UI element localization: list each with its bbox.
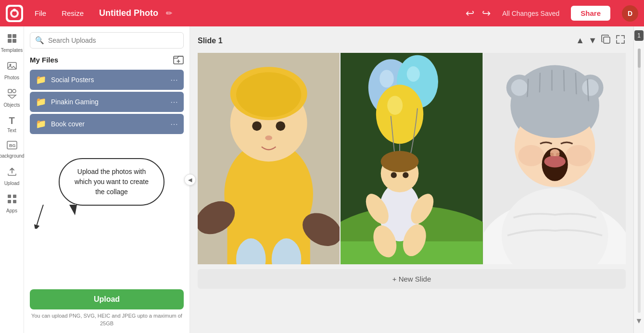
photo-grid xyxy=(198,53,626,264)
sidebar-label-upload: Upload xyxy=(4,181,20,186)
slide-copy-button[interactable] xyxy=(601,34,611,47)
upload-section: Upload You can upload PNG, SVG, HEIC and… xyxy=(30,284,184,327)
upload-hint: You can upload PNG, SVG, HEIC and JPEG u… xyxy=(30,312,184,327)
sidebar-item-apps[interactable]: Apps xyxy=(1,191,23,216)
search-icon: 🔍 xyxy=(35,36,44,45)
photos-icon xyxy=(7,61,17,74)
sidebar-label-templates: Templates xyxy=(1,48,23,53)
upload-button[interactable]: Upload xyxy=(30,289,184,309)
slide-label: Slide 1 xyxy=(198,37,223,45)
svg-point-28 xyxy=(252,121,262,131)
folder-name-1: Social Posters xyxy=(51,76,165,84)
svg-point-27 xyxy=(236,72,301,117)
redo-button[interactable]: ↪ xyxy=(482,7,491,20)
svg-point-60 xyxy=(582,79,598,96)
svg-point-69 xyxy=(518,145,544,166)
templates-icon xyxy=(7,33,17,46)
slide-up-button[interactable]: ▲ xyxy=(576,36,584,46)
sidebar-label-photos: Photos xyxy=(4,75,19,80)
svg-rect-22 xyxy=(604,37,610,43)
main-layout: Templates Photos Objects xyxy=(0,26,644,333)
sidebar-icons: Templates Photos Objects xyxy=(0,26,24,333)
svg-rect-15 xyxy=(8,195,11,198)
apps-icon xyxy=(7,194,17,207)
sidebar-item-upload[interactable]: Upload xyxy=(1,163,23,189)
sidebar-item-background[interactable]: BG background xyxy=(1,138,23,161)
svg-rect-5 xyxy=(13,34,16,38)
slide-controls: ▲ ▼ xyxy=(576,34,626,47)
svg-point-29 xyxy=(276,121,285,131)
svg-point-44 xyxy=(388,96,403,115)
folder-name-2: Pinakin Gaming xyxy=(51,98,165,106)
search-input[interactable] xyxy=(48,37,178,44)
app-header: File Resize Untitled Photo ✏ ↩ ↪ All Cha… xyxy=(0,0,644,26)
svg-point-42 xyxy=(407,66,420,82)
svg-point-3 xyxy=(13,9,16,12)
svg-rect-7 xyxy=(13,39,16,43)
sidebar-item-text[interactable]: T Text xyxy=(1,112,23,136)
tooltip-text: Upload the photos with which you want to… xyxy=(75,168,149,196)
svg-point-43 xyxy=(376,85,423,144)
svg-rect-10 xyxy=(8,89,12,93)
file-menu[interactable]: File xyxy=(31,7,50,19)
svg-point-2 xyxy=(12,11,17,16)
folder-more-3[interactable]: ⋯ xyxy=(170,120,178,129)
edit-title-icon[interactable]: ✏ xyxy=(166,9,172,18)
background-icon: BG xyxy=(7,141,17,152)
svg-point-75 xyxy=(556,153,559,156)
svg-marker-12 xyxy=(8,95,16,99)
scrollbar-thumb[interactable] xyxy=(638,49,641,68)
slide-header: Slide 1 ▲ ▼ xyxy=(198,34,626,47)
sidebar-item-templates[interactable]: Templates xyxy=(1,30,23,56)
photo-cell-3[interactable] xyxy=(484,53,626,264)
app-logo[interactable] xyxy=(6,5,23,22)
folder-more-1[interactable]: ⋯ xyxy=(170,75,178,85)
folder-icon-2: 📁 xyxy=(36,97,46,107)
avatar[interactable]: D xyxy=(622,5,638,22)
sidebar-label-text: Text xyxy=(7,128,16,133)
resize-menu[interactable]: Resize xyxy=(58,7,88,19)
folder-icon-1: 📁 xyxy=(36,74,46,85)
share-button[interactable]: Share xyxy=(571,6,610,21)
folder-social-posters[interactable]: 📁 Social Posters ⋯ xyxy=(30,70,184,90)
folder-icon-3: 📁 xyxy=(36,119,46,129)
folder-book-cover[interactable]: 📁 Book cover ⋯ xyxy=(30,114,184,134)
svg-rect-18 xyxy=(13,200,16,203)
search-box: 🔍 xyxy=(30,32,184,49)
svg-point-30 xyxy=(265,136,272,140)
svg-point-70 xyxy=(565,145,591,166)
sidebar-label-apps: Apps xyxy=(6,208,17,213)
svg-rect-4 xyxy=(8,34,12,38)
slide-expand-button[interactable] xyxy=(615,34,626,47)
my-files-title: My Files xyxy=(30,56,58,64)
canvas-area: Slide 1 ▲ ▼ xyxy=(190,26,633,333)
undo-button[interactable]: ↩ xyxy=(466,7,474,20)
slide-down-button[interactable]: ▼ xyxy=(588,36,597,46)
svg-point-11 xyxy=(13,89,16,93)
photo-cell-1[interactable] xyxy=(198,53,340,264)
collapse-icon: ◀ xyxy=(188,177,192,183)
svg-point-72 xyxy=(544,156,565,168)
objects-icon xyxy=(7,88,17,101)
text-icon: T xyxy=(9,115,14,126)
folder-name-3: Book cover xyxy=(51,120,165,128)
sidebar-item-photos[interactable]: Photos xyxy=(1,58,23,83)
folder-pinakin-gaming[interactable]: 📁 Pinakin Gaming ⋯ xyxy=(30,92,184,112)
svg-point-40 xyxy=(380,70,394,87)
scroll-down-icon[interactable]: ▼ xyxy=(635,317,643,325)
svg-point-49 xyxy=(403,172,409,178)
sidebar-item-objects[interactable]: Objects xyxy=(1,85,23,111)
upload-tooltip: Upload the photos with which you want to… xyxy=(59,158,164,206)
right-panel: 1 ▼ xyxy=(633,26,644,333)
folder-more-2[interactable]: ⋯ xyxy=(170,98,178,107)
collapse-panel-button[interactable]: ◀ xyxy=(184,174,196,185)
svg-point-74 xyxy=(550,153,553,156)
svg-point-68 xyxy=(515,90,595,137)
svg-point-47 xyxy=(381,151,419,172)
photo-cell-2[interactable] xyxy=(341,53,482,264)
save-status: All Changes Saved xyxy=(502,10,559,17)
new-slide-button[interactable]: + New Slide xyxy=(198,269,626,289)
svg-rect-6 xyxy=(8,39,12,43)
document-title: Untitled Photo xyxy=(99,8,158,18)
add-folder-button[interactable] xyxy=(173,54,184,65)
